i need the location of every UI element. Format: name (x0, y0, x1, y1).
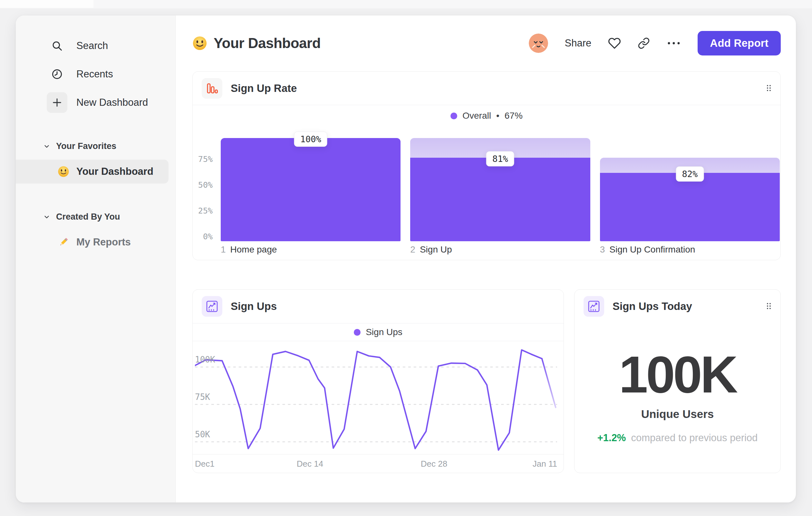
app-window: Search Recents New Dashboard (16, 16, 796, 503)
step-label: 1 Home page (221, 244, 401, 255)
delta-value: +1.2% (598, 432, 626, 444)
metric-value: 100K (619, 348, 736, 401)
card-title: Sign Ups Today (613, 300, 692, 313)
x-axis-tick: Jan 11 (533, 459, 557, 469)
user-avatar[interactable] (529, 33, 548, 53)
sign-up-rate-card: Sign Up Rate Overall • 67% (192, 71, 781, 260)
chevron-down-icon (43, 214, 50, 221)
delta-note: compared to previous period (631, 432, 758, 444)
sidebar-item-label: Recents (76, 69, 113, 80)
sign-ups-card: Sign Ups Sign Ups 100K 75K 50K (192, 289, 564, 473)
funnel-bar-home-page[interactable]: 100% (221, 138, 401, 241)
pencil-emoji (58, 236, 69, 248)
card-header: Sign Ups (193, 290, 563, 323)
favorite-heart-icon[interactable] (608, 37, 621, 50)
sidebar-item-your-dashboard[interactable]: Your Dashboard (16, 160, 169, 184)
sidebar-section-created-by-you: Created By You My Reports (16, 212, 175, 254)
legend-series-name: Sign Ups (366, 327, 402, 337)
sidebar-item-label: Your Dashboard (76, 166, 153, 178)
main-content: Your Dashboard Share (176, 16, 796, 503)
y-axis-tick: 25% (193, 206, 213, 216)
sidebar-item-label: New Dashboard (76, 97, 148, 108)
y-axis-tick: 50% (193, 180, 213, 190)
metric-label: Unique Users (641, 408, 714, 420)
drag-handle-icon[interactable] (766, 302, 772, 311)
funnel-bar-value (410, 158, 590, 241)
legend-series-value: 67% (504, 111, 523, 121)
line-chart-icon (584, 296, 604, 317)
page-title: Your Dashboard (214, 35, 321, 51)
section-label: Your Favorites (56, 141, 116, 151)
created-by-you-section-header[interactable]: Created By You (16, 212, 175, 222)
legend-separator: • (496, 111, 499, 121)
line-chart-plot[interactable]: 100K 75K 50K (195, 341, 557, 454)
cards-row: Sign Ups Sign Ups 100K 75K 50K (192, 289, 781, 473)
x-axis-tick: Dec1 (195, 459, 214, 469)
window-top-corner (0, 0, 93, 8)
drag-handle-icon[interactable] (766, 84, 772, 93)
legend-series-name: Overall (462, 111, 491, 121)
x-axis-tick: Dec 28 (421, 459, 447, 469)
funnel-bar-sign-up-confirmation[interactable]: 82% (600, 138, 780, 241)
favorites-section-header[interactable]: Your Favorites (16, 141, 175, 151)
step-number: 2 (410, 244, 415, 255)
legend-dot (354, 329, 360, 336)
funnel-bar-sign-up[interactable]: 81% (410, 138, 590, 241)
header-actions: Share (529, 31, 781, 55)
card-header: Sign Ups Today (575, 290, 780, 323)
add-report-button[interactable]: Add Report (698, 31, 781, 55)
sidebar-item-recents[interactable]: Recents (16, 64, 175, 84)
y-axis-tick: 75% (193, 155, 213, 164)
card-title: Sign Ups (231, 300, 277, 313)
chevron-down-icon (43, 143, 50, 150)
card-title: Sign Up Rate (231, 82, 297, 94)
funnel-step-labels: 1 Home page 2 Sign Up 3 Sign Up Confirma… (193, 244, 780, 260)
more-options-icon[interactable] (667, 41, 681, 46)
y-axis-tick: 100K (195, 355, 215, 364)
plus-icon (47, 92, 67, 113)
sidebar-item-label: Search (76, 40, 108, 52)
line-chart-icon (202, 296, 222, 317)
y-axis-tick: 50K (195, 430, 210, 439)
smiley-emoji (192, 36, 207, 51)
sidebar-item-search[interactable]: Search (16, 35, 175, 56)
clock-icon (47, 64, 67, 84)
line-chart-svg (195, 341, 557, 454)
funnel-bar-value (221, 138, 401, 241)
line-legend[interactable]: Sign Ups (193, 323, 563, 341)
sign-ups-today-card: Sign Ups Today 100K Unique Users (574, 289, 781, 473)
legend-dot (451, 113, 457, 119)
funnel-bars-area: 100% 81% 82% (221, 138, 780, 241)
search-icon (47, 35, 67, 56)
x-axis: Dec1 Dec 14 Dec 28 Jan 11 (193, 454, 563, 473)
card-header: Sign Up Rate (193, 72, 780, 105)
y-axis-tick: 75K (195, 392, 210, 402)
dashboard-header: Your Dashboard Share (192, 31, 781, 56)
step-name: Sign Up (420, 244, 452, 255)
x-axis-tick: Dec 14 (297, 459, 323, 469)
step-name: Home page (230, 244, 277, 255)
step-label: 2 Sign Up (410, 244, 590, 255)
step-name: Sign Up Confirmation (609, 244, 695, 255)
sidebar-item-my-reports[interactable]: My Reports (16, 230, 175, 254)
metric-body: 100K Unique Users +1.2% compared to prev… (575, 323, 780, 444)
smiley-emoji (58, 166, 69, 178)
funnel-value-label: 82% (676, 166, 704, 182)
sidebar: Search Recents New Dashboard (16, 16, 176, 503)
share-button[interactable]: Share (565, 37, 591, 49)
sidebar-item-label: My Reports (76, 236, 131, 248)
funnel-value-label: 100% (294, 132, 327, 147)
y-axis-tick: 0% (193, 232, 213, 242)
section-label: Created By You (56, 212, 120, 222)
step-number: 1 (221, 244, 226, 255)
window-top-strip (0, 0, 812, 8)
funnel-chart: 75% 50% 25% 0% 100% 81% (193, 138, 780, 241)
sidebar-item-new-dashboard[interactable]: New Dashboard (16, 92, 175, 113)
step-label: 3 Sign Up Confirmation (600, 244, 780, 255)
step-number: 3 (600, 244, 605, 255)
metric-delta-row: +1.2% compared to previous period (598, 432, 758, 444)
copy-link-icon[interactable] (638, 37, 650, 49)
funnel-value-label: 81% (486, 151, 514, 166)
funnel-legend[interactable]: Overall • 67% (193, 109, 780, 123)
sidebar-section-favorites: Your Favorites Your Dashboard (16, 141, 175, 184)
